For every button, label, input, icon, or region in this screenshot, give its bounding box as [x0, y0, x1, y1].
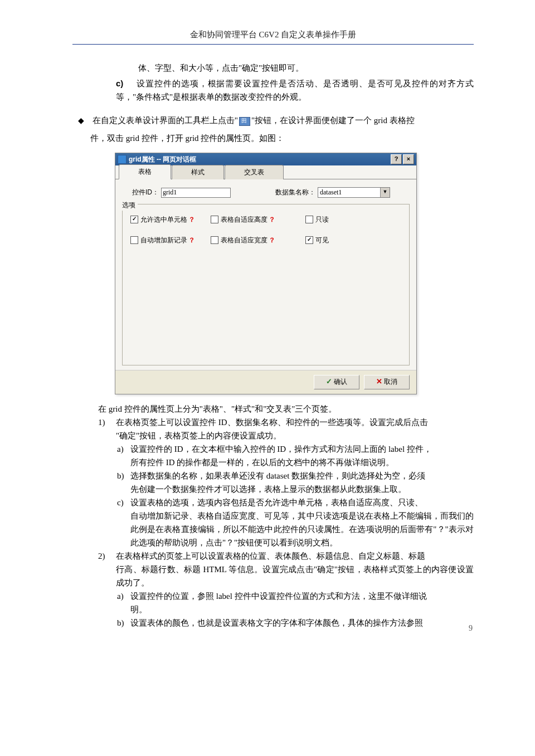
dialog-footer: ✓ 确认 ✕ 取消 [115, 370, 416, 394]
num-label-1: 1) [98, 416, 116, 429]
dialog-form-area: 控件ID： 数据集名称： dataset1 ▼ 选项 [115, 179, 416, 369]
tab-crosstab[interactable]: 交叉表 [225, 165, 284, 179]
grid-properties-dialog: grid属性 -- 网页对话框 ? × 表格 样式 交叉表 控件ID： 数 [115, 153, 417, 394]
dialog-help-button[interactable]: ? [391, 154, 402, 164]
cancel-button[interactable]: ✕ 取消 [364, 375, 410, 389]
cancel-button-label: 取消 [384, 377, 397, 387]
dialog-tabs: 表格 样式 交叉表 [115, 165, 416, 179]
option-label: 可见 [315, 235, 329, 246]
sub-text-2b: 设置表体的颜色，也就是设置表格文字的字体和字体颜色，具体的操作方法参照 [130, 618, 423, 627]
diamond-bullet-icon: ◆ [78, 115, 90, 127]
ok-button-label: 确认 [334, 377, 347, 387]
numbered-item-1: 1)在表格页签上可以设置控件 ID、数据集名称、和控件的一些选项等。设置完成后点… [72, 416, 474, 429]
tab-style[interactable]: 样式 [172, 165, 224, 179]
chevron-down-icon: ▼ [380, 188, 390, 197]
sub-item-2a: a)设置控件的位置，参照 label 控件中设置控件位置的方式和方法，这里不做详… [72, 589, 474, 603]
ok-button[interactable]: ✓ 确认 [314, 375, 359, 389]
diamond-text-a: 在自定义表单设计界面的工具栏上点击" [93, 116, 238, 125]
help-icon[interactable]: ？ [188, 214, 195, 225]
sub-item-1b: b)选择数据集的名称，如果表单还没有 dataset 数据集控件，则此选择处为空… [72, 469, 474, 482]
dataset-select[interactable]: dataset1 ▼ [318, 187, 390, 198]
sub-text-1c-first: 设置表格的选项，选项内容包括是否允许选中单元格，表格自适应高度、只读、 [130, 498, 423, 507]
diamond-bullet-row: ◆ 在自定义表单设计界面的工具栏上点击""按钮，在设计界面便创建了一个 grid… [72, 114, 474, 127]
numbered-item-2: 2)在表格样式的页签上可以设置表格的位置、表体颜色、标题信息、自定义标题、标题 [72, 549, 474, 563]
dialog-close-button[interactable]: × [403, 154, 414, 164]
help-icon[interactable]: ？ [188, 235, 195, 246]
option-auto-add-record[interactable]: 自动增加新记录 ？ [130, 235, 211, 246]
page-header-title: 金和协同管理平台 C6V2 自定义表单操作手册 [72, 28, 474, 45]
page-number: 9 [469, 622, 473, 635]
dialog-title: grid属性 -- 网页对话框 [129, 153, 390, 165]
sub-text-1a-first: 设置控件的 ID，在文本框中输入控件的 ID，操作方式和方法同上面的 label… [130, 445, 432, 453]
num-text-1-first: 在表格页签上可以设置控件 ID、数据集名称、和控件的一些选项等。设置完成后点击 [116, 418, 428, 427]
tab-table[interactable]: 表格 [119, 164, 171, 179]
sub-item-2b: b)设置表体的颜色，也就是设置表格文字的字体和字体颜色，具体的操作方法参照 [72, 616, 474, 630]
sub-text-2a-first: 设置控件的位置，参照 label 控件中设置控件位置的方式和方法，这里不做详细说 [130, 592, 427, 601]
grid-toolbar-icon [239, 117, 250, 126]
sub-text-1c-cont: 自动增加新记录、表格自适应宽度、可见等，其中只读选项是说在表格上不能编辑，而我们… [72, 509, 474, 549]
sub-text-1b-cont: 先创建一个数据集控件才可以选择，表格上显示的数据都从此数据集上取。 [72, 482, 474, 496]
num-label-2: 2) [98, 549, 116, 563]
control-id-input[interactable] [161, 188, 231, 198]
content-area: 体、字型、和大小等，点击"确定"按钮即可。 c)设置控件的选项，根据需要设置控件… [72, 61, 474, 630]
option-auto-width[interactable]: 表格自适应宽度 ？ [211, 235, 305, 246]
sub-label-1a: a) [117, 442, 130, 456]
option-label: 表格自适应高度 [221, 214, 268, 225]
options-fieldset: 选项 允许选中单元格 ？ 表格自适应高度 ？ [122, 204, 410, 365]
option-label: 只读 [315, 214, 329, 225]
document-page: 金和协同管理平台 C6V2 自定义表单操作手册 体、字型、和大小等，点击"确定"… [0, 0, 535, 646]
check-icon: ✓ [326, 376, 332, 388]
num-text-2-first: 在表格样式的页签上可以设置表格的位置、表体颜色、标题信息、自定义标题、标题 [116, 552, 425, 560]
dataset-label: 数据集名称： [231, 187, 318, 198]
dataset-select-value: dataset1 [318, 188, 380, 197]
help-icon[interactable]: ？ [269, 235, 275, 246]
sub-label-1b: b) [117, 469, 130, 482]
dialog-titlebar: grid属性 -- 网页对话框 ? × [115, 153, 416, 165]
after-dialog-paragraph: 在 grid 控件的属性页上分为"表格"、"样式"和"交叉表"三个页签。 [72, 402, 474, 416]
trailing-paragraph: 体、字型、和大小等，点击"确定"按钮即可。 [72, 61, 474, 75]
option-label: 自动增加新记录 [140, 235, 187, 246]
checkbox-icon [211, 236, 218, 244]
option-auto-height[interactable]: 表格自适应高度 ？ [211, 214, 305, 225]
diamond-text-b: "按钮，在设计界面便创建了一个 grid 表格控 [251, 116, 415, 125]
option-visible[interactable]: 可见 [305, 235, 350, 246]
checkbox-icon [305, 216, 313, 223]
num-text-2-cont: 行高、标题行数、标题 HTML 等信息。设置完成点击"确定"按钮，表格样式页签上… [72, 563, 474, 589]
form-row-ids: 控件ID： 数据集名称： dataset1 ▼ [121, 187, 411, 198]
item-c-text: 设置控件的选项，根据需要设置控件是否活动、是否透明、是否可见及控件的对齐方式等，… [116, 79, 474, 101]
sub-text-1b-first: 选择数据集的名称，如果表单还没有 dataset 数据集控件，则此选择处为空，必… [130, 471, 425, 480]
sub-label-2a: a) [117, 589, 130, 603]
option-label: 允许选中单元格 [140, 214, 187, 225]
sub-label-2b: b) [117, 616, 130, 630]
sub-text-1a-cont: 所有控件 ID 的操作都是一样的，在以后的文档中的将不再做详细说明。 [72, 456, 474, 469]
options-legend: 选项 [120, 200, 138, 211]
checkbox-icon [305, 236, 313, 244]
sub-text-2a-cont: 明。 [72, 603, 474, 616]
checkbox-icon [130, 216, 138, 223]
dialog-screenshot: grid属性 -- 网页对话框 ? × 表格 样式 交叉表 控件ID： 数 [115, 153, 474, 394]
item-c-label: c) [116, 77, 136, 90]
diamond-line2: 件，双击 grid 控件，打开 grid 控件的属性页。如图： [72, 131, 474, 145]
option-readonly[interactable]: 只读 [305, 214, 350, 225]
sub-item-1c: c)设置表格的选项，选项内容包括是否允许选中单元格，表格自适应高度、只读、 [72, 496, 474, 509]
dialog-window-icon [118, 155, 127, 164]
dialog-body: 表格 样式 交叉表 控件ID： 数据集名称： dataset1 ▼ [115, 165, 416, 393]
sub-item-1a: a)设置控件的 ID，在文本框中输入控件的 ID，操作方式和方法同上面的 lab… [72, 442, 474, 456]
control-id-label: 控件ID： [121, 187, 161, 198]
sub-label-1c: c) [117, 496, 130, 509]
num-text-1-cont: "确定"按钮，表格页签上的内容便设置成功。 [72, 429, 474, 442]
checkbox-icon [211, 216, 218, 223]
option-label: 表格自适应宽度 [221, 235, 268, 246]
list-item-c: c)设置控件的选项，根据需要设置控件是否活动、是否透明、是否可见及控件的对齐方式… [72, 77, 474, 104]
option-row-1: 允许选中单元格 ？ 表格自适应高度 ？ 只读 [128, 214, 403, 225]
help-icon[interactable]: ？ [269, 214, 275, 225]
option-allow-select-cell[interactable]: 允许选中单元格 ？ [130, 214, 211, 225]
option-row-2: 自动增加新记录 ？ 表格自适应宽度 ？ 可见 [128, 235, 403, 246]
checkbox-icon [130, 236, 138, 244]
close-icon: ✕ [376, 376, 382, 388]
